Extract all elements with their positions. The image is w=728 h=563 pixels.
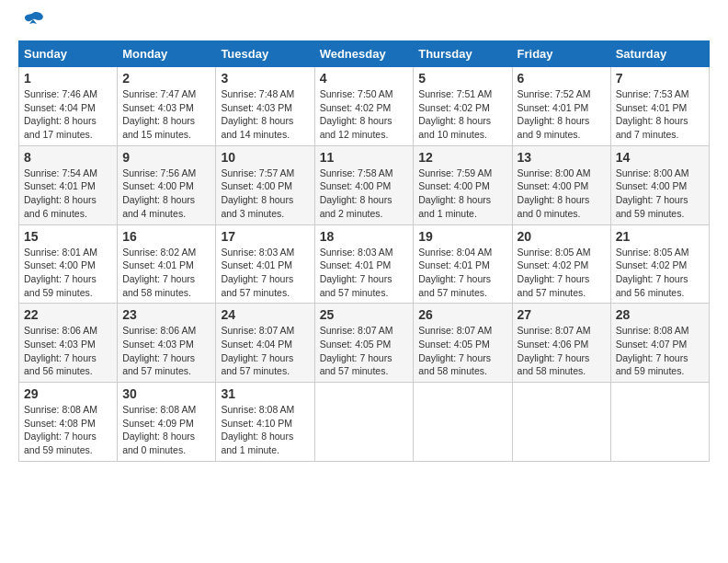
day-number: 4 [320, 71, 409, 86]
day-number: 19 [418, 229, 506, 244]
calendar-cell: 22 Sunrise: 8:06 AMSunset: 4:03 PMDaylig… [19, 304, 118, 383]
calendar-cell: 19 Sunrise: 8:04 AMSunset: 4:01 PMDaylig… [414, 224, 512, 304]
day-info: Sunrise: 8:08 AMSunset: 4:08 PMDaylight:… [24, 404, 97, 455]
calendar-cell: 27 Sunrise: 8:07 AMSunset: 4:06 PMDaylig… [512, 304, 610, 383]
day-number: 15 [24, 229, 112, 244]
day-number: 10 [221, 150, 309, 165]
day-number: 23 [122, 307, 210, 322]
calendar-cell: 8 Sunrise: 7:54 AMSunset: 4:01 PMDayligh… [19, 145, 118, 224]
calendar-cell: 23 Sunrise: 8:06 AMSunset: 4:03 PMDaylig… [118, 304, 216, 383]
header-tuesday: Tuesday [216, 41, 314, 67]
logo [18, 18, 46, 31]
day-info: Sunrise: 8:07 AMSunset: 4:05 PMDaylight:… [418, 325, 492, 376]
day-number: 30 [122, 386, 210, 401]
day-info: Sunrise: 7:54 AMSunset: 4:01 PMDaylight:… [24, 167, 97, 219]
calendar-cell: 10 Sunrise: 7:57 AMSunset: 4:00 PMDaylig… [216, 145, 314, 224]
day-number: 14 [616, 150, 704, 165]
day-number: 24 [221, 307, 309, 322]
calendar-week-row: 8 Sunrise: 7:54 AMSunset: 4:01 PMDayligh… [19, 145, 710, 224]
day-number: 16 [122, 229, 210, 244]
calendar-week-row: 15 Sunrise: 8:01 AMSunset: 4:00 PMDaylig… [19, 224, 710, 304]
calendar-cell: 30 Sunrise: 8:08 AMSunset: 4:09 PMDaylig… [118, 383, 216, 462]
logo-bird-icon [20, 11, 46, 31]
calendar-cell: 3 Sunrise: 7:48 AMSunset: 4:03 PMDayligh… [216, 67, 314, 146]
day-number: 26 [418, 307, 506, 322]
calendar-cell: 15 Sunrise: 8:01 AMSunset: 4:00 PMDaylig… [19, 224, 118, 304]
day-number: 1 [24, 71, 112, 86]
calendar-cell: 9 Sunrise: 7:56 AMSunset: 4:00 PMDayligh… [118, 145, 216, 224]
calendar-cell: 14 Sunrise: 8:00 AMSunset: 4:00 PMDaylig… [610, 145, 709, 224]
day-number: 12 [418, 150, 506, 165]
calendar-cell: 25 Sunrise: 8:07 AMSunset: 4:05 PMDaylig… [314, 304, 414, 383]
calendar-cell: 20 Sunrise: 8:05 AMSunset: 4:02 PMDaylig… [512, 224, 610, 304]
calendar-cell: 7 Sunrise: 7:53 AMSunset: 4:01 PMDayligh… [610, 67, 709, 146]
day-info: Sunrise: 8:03 AMSunset: 4:01 PMDaylight:… [221, 247, 294, 298]
calendar-cell: 4 Sunrise: 7:50 AMSunset: 4:02 PMDayligh… [314, 67, 414, 146]
day-number: 13 [518, 150, 606, 165]
calendar-week-row: 1 Sunrise: 7:46 AMSunset: 4:04 PMDayligh… [19, 67, 710, 146]
day-info: Sunrise: 7:57 AMSunset: 4:00 PMDaylight:… [221, 167, 294, 219]
calendar-cell: 2 Sunrise: 7:47 AMSunset: 4:03 PMDayligh… [118, 67, 216, 146]
day-number: 6 [518, 71, 606, 86]
header-monday: Monday [118, 41, 216, 67]
header-thursday: Thursday [414, 41, 512, 67]
calendar-cell: 31 Sunrise: 8:08 AMSunset: 4:10 PMDaylig… [216, 383, 314, 462]
day-number: 28 [616, 307, 704, 322]
day-info: Sunrise: 8:07 AMSunset: 4:06 PMDaylight:… [518, 325, 591, 376]
day-info: Sunrise: 7:50 AMSunset: 4:02 PMDaylight:… [320, 88, 393, 140]
page-header [18, 18, 710, 31]
calendar-cell: 12 Sunrise: 7:59 AMSunset: 4:00 PMDaylig… [414, 145, 512, 224]
calendar-cell: 24 Sunrise: 8:07 AMSunset: 4:04 PMDaylig… [216, 304, 314, 383]
day-number: 8 [24, 150, 112, 165]
day-info: Sunrise: 8:08 AMSunset: 4:09 PMDaylight:… [122, 404, 196, 455]
day-info: Sunrise: 8:06 AMSunset: 4:03 PMDaylight:… [122, 325, 196, 376]
day-info: Sunrise: 8:00 AMSunset: 4:00 PMDaylight:… [616, 167, 689, 219]
calendar-cell: 18 Sunrise: 8:03 AMSunset: 4:01 PMDaylig… [314, 224, 414, 304]
day-number: 22 [24, 307, 112, 322]
calendar-week-row: 29 Sunrise: 8:08 AMSunset: 4:08 PMDaylig… [19, 383, 710, 462]
day-info: Sunrise: 8:05 AMSunset: 4:02 PMDaylight:… [616, 247, 689, 298]
calendar-cell [610, 383, 709, 462]
calendar-cell [414, 383, 512, 462]
day-number: 11 [320, 150, 409, 165]
day-info: Sunrise: 8:07 AMSunset: 4:05 PMDaylight:… [320, 325, 393, 376]
day-number: 20 [518, 229, 606, 244]
calendar-cell: 5 Sunrise: 7:51 AMSunset: 4:02 PMDayligh… [414, 67, 512, 146]
day-info: Sunrise: 8:00 AMSunset: 4:00 PMDaylight:… [518, 167, 591, 219]
day-info: Sunrise: 7:48 AMSunset: 4:03 PMDaylight:… [221, 88, 294, 140]
calendar-cell: 13 Sunrise: 8:00 AMSunset: 4:00 PMDaylig… [512, 145, 610, 224]
day-info: Sunrise: 7:51 AMSunset: 4:02 PMDaylight:… [418, 88, 492, 140]
calendar-cell: 28 Sunrise: 8:08 AMSunset: 4:07 PMDaylig… [610, 304, 709, 383]
calendar-cell: 29 Sunrise: 8:08 AMSunset: 4:08 PMDaylig… [19, 383, 118, 462]
day-info: Sunrise: 8:06 AMSunset: 4:03 PMDaylight:… [24, 325, 97, 376]
calendar-cell: 16 Sunrise: 8:02 AMSunset: 4:01 PMDaylig… [118, 224, 216, 304]
calendar-cell [314, 383, 414, 462]
day-info: Sunrise: 8:01 AMSunset: 4:00 PMDaylight:… [24, 247, 97, 298]
day-info: Sunrise: 7:58 AMSunset: 4:00 PMDaylight:… [320, 167, 393, 219]
header-friday: Friday [512, 41, 610, 67]
day-info: Sunrise: 7:56 AMSunset: 4:00 PMDaylight:… [122, 167, 196, 219]
calendar-cell: 17 Sunrise: 8:03 AMSunset: 4:01 PMDaylig… [216, 224, 314, 304]
calendar-cell: 11 Sunrise: 7:58 AMSunset: 4:00 PMDaylig… [314, 145, 414, 224]
day-number: 31 [221, 386, 309, 401]
calendar-cell [512, 383, 610, 462]
day-info: Sunrise: 7:52 AMSunset: 4:01 PMDaylight:… [518, 88, 591, 140]
header-wednesday: Wednesday [314, 41, 414, 67]
day-info: Sunrise: 7:53 AMSunset: 4:01 PMDaylight:… [616, 88, 689, 140]
calendar-cell: 26 Sunrise: 8:07 AMSunset: 4:05 PMDaylig… [414, 304, 512, 383]
calendar-header-row: Sunday Monday Tuesday Wednesday Thursday… [19, 41, 710, 67]
day-info: Sunrise: 7:47 AMSunset: 4:03 PMDaylight:… [122, 88, 196, 140]
day-info: Sunrise: 8:05 AMSunset: 4:02 PMDaylight:… [518, 247, 591, 298]
day-number: 5 [418, 71, 506, 86]
calendar-cell: 6 Sunrise: 7:52 AMSunset: 4:01 PMDayligh… [512, 67, 610, 146]
day-info: Sunrise: 8:08 AMSunset: 4:10 PMDaylight:… [221, 404, 294, 455]
day-number: 2 [122, 71, 210, 86]
day-info: Sunrise: 8:04 AMSunset: 4:01 PMDaylight:… [418, 247, 492, 298]
calendar-cell: 1 Sunrise: 7:46 AMSunset: 4:04 PMDayligh… [19, 67, 118, 146]
day-info: Sunrise: 7:46 AMSunset: 4:04 PMDaylight:… [24, 88, 97, 140]
day-number: 3 [221, 71, 309, 86]
day-number: 7 [616, 71, 704, 86]
day-info: Sunrise: 8:02 AMSunset: 4:01 PMDaylight:… [122, 247, 196, 298]
day-info: Sunrise: 8:07 AMSunset: 4:04 PMDaylight:… [221, 325, 294, 376]
calendar-table: Sunday Monday Tuesday Wednesday Thursday… [18, 40, 710, 462]
